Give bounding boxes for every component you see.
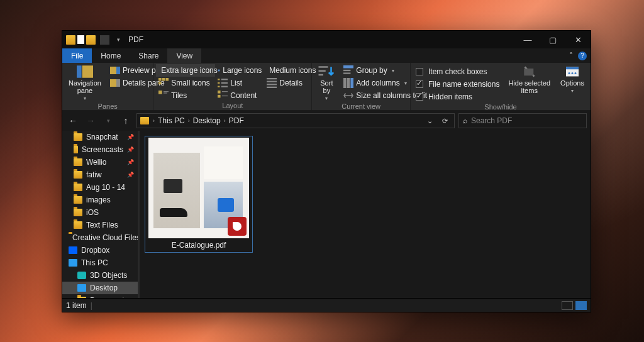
tree-item[interactable]: iOS (62, 206, 138, 219)
forward-button[interactable]: → (84, 114, 97, 128)
chevron-down-icon: ▾ (404, 80, 407, 86)
svg-rect-38 (343, 72, 350, 74)
add-columns-icon (343, 78, 353, 88)
status-bar: 1 item | (62, 298, 591, 312)
svg-rect-42 (524, 69, 533, 75)
search-input[interactable]: ⌕ Search PDF (458, 113, 587, 128)
thumbnails-view-toggle[interactable] (575, 301, 587, 310)
folder-icon (74, 196, 82, 204)
tree-item[interactable]: Aug 10 - 14 (62, 181, 138, 194)
document-icon (77, 35, 84, 44)
hidden-items-toggle[interactable]: Hidden items (413, 91, 502, 103)
tree-item[interactable]: Wellio📌 (62, 156, 138, 168)
svg-rect-39 (343, 78, 347, 88)
collapse-ribbon-icon[interactable]: ˄ (569, 52, 573, 60)
tree-item[interactable]: This PC (62, 256, 138, 269)
back-button[interactable]: ← (66, 114, 80, 128)
svg-rect-19 (221, 79, 228, 80)
item-check-boxes-toggle[interactable]: Item check boxes (413, 65, 502, 78)
layout-details[interactable]: Details (264, 77, 314, 89)
tree-item[interactable]: Snapchat📌 (62, 131, 138, 143)
tree-item[interactable]: 3D Objects (62, 269, 138, 282)
tree-item-label: iOS (86, 208, 99, 217)
size-columns-icon (343, 91, 353, 101)
ribbon-group-panes: Panes (65, 102, 150, 111)
svg-rect-20 (221, 82, 228, 84)
help-icon[interactable]: ? (578, 52, 587, 60)
navigation-pane-button[interactable]: Navigationpane ▾ (65, 64, 105, 102)
svg-point-46 (572, 72, 574, 74)
dropdown-icon[interactable]: ▾ (114, 35, 123, 45)
recent-locations-icon[interactable]: ▾ (101, 114, 115, 128)
sort-by-icon (318, 65, 335, 78)
options-button[interactable]: Options ▾ (557, 64, 588, 95)
large-icons-icon (218, 65, 220, 75)
folder-icon (74, 158, 82, 166)
details-view-toggle[interactable] (562, 301, 573, 310)
svg-rect-17 (218, 82, 219, 84)
tab-home[interactable]: Home (92, 48, 130, 63)
address-bar[interactable]: › This PC › Desktop › PDF ⌄ ⟳ (136, 113, 455, 128)
layout-large-icons[interactable]: Large icons (215, 64, 264, 77)
file-name-extensions-toggle[interactable]: File name extensions (413, 78, 502, 91)
folder-icon (74, 133, 82, 141)
layout-extra-large-icons[interactable]: Extra large icons (156, 64, 215, 77)
sort-by-button[interactable]: Sortby ▾ (314, 64, 338, 102)
svg-rect-23 (267, 81, 277, 82)
pdf-badge-icon (228, 217, 247, 236)
dropbox-icon (69, 246, 77, 254)
explorer-window: ▾ PDF — ▢ ✕ File Home Share View ˄ ? Nav… (62, 30, 591, 312)
tree-item-label: fatiw (86, 170, 102, 179)
file-item[interactable]: E-Catalogue.pdf (145, 136, 253, 253)
svg-rect-33 (319, 66, 328, 68)
tree-item[interactable]: Creative Cloud Files (62, 231, 138, 244)
chevron-right-icon[interactable]: › (151, 118, 157, 124)
tab-view[interactable]: View (167, 48, 201, 63)
file-list[interactable]: E-Catalogue.pdf (140, 131, 591, 298)
chevron-right-icon[interactable]: › (186, 118, 192, 124)
tree-item[interactable]: images (62, 194, 138, 206)
chevron-right-icon[interactable]: › (222, 118, 228, 124)
tree-item[interactable]: Dropbox (62, 244, 138, 256)
svg-rect-27 (164, 91, 169, 92)
tree-item-label: images (86, 196, 111, 204)
tree-item[interactable]: fatiw📌 (62, 168, 138, 181)
breadcrumb-this-pc[interactable]: This PC (158, 116, 185, 125)
details-pane-icon (110, 78, 120, 88)
pin-icon: 📌 (127, 159, 134, 165)
breadcrumb-desktop[interactable]: Desktop (193, 116, 221, 125)
layout-medium-icons[interactable]: Medium icons (264, 64, 314, 77)
refresh-button[interactable]: ⟳ (438, 114, 452, 128)
layout-tiles[interactable]: Tiles (156, 89, 215, 102)
up-button[interactable]: ↑ (119, 114, 133, 128)
close-button[interactable]: ✕ (565, 31, 591, 48)
item-count: 1 item (66, 301, 87, 310)
layout-list[interactable]: List (215, 77, 264, 89)
minimize-button[interactable]: — (515, 31, 540, 48)
layout-small-icons[interactable]: Small icons (156, 77, 215, 89)
tree-item[interactable]: Screencasts📌 (62, 143, 138, 156)
pin-icon: 📌 (127, 172, 134, 178)
window-title: PDF (128, 35, 143, 44)
tree-item[interactable]: Text Files (62, 219, 138, 231)
address-dropdown-icon[interactable]: ⌄ (423, 114, 436, 128)
layout-content[interactable]: Content (215, 89, 264, 102)
svg-rect-44 (566, 67, 579, 70)
folder-icon (86, 35, 96, 45)
small-icons-icon (158, 78, 169, 88)
maximize-button[interactable]: ▢ (540, 31, 565, 48)
tab-share[interactable]: Share (130, 48, 167, 63)
tab-file[interactable]: File (62, 48, 92, 63)
svg-rect-21 (221, 86, 228, 87)
hide-selected-items-button[interactable]: Hide selecteditems (504, 64, 554, 96)
svg-rect-25 (267, 87, 277, 88)
svg-rect-30 (222, 91, 228, 92)
navigation-pane-icon (77, 65, 93, 78)
breadcrumb-pdf[interactable]: PDF (229, 116, 244, 125)
tree-item[interactable]: Desktop (62, 282, 138, 294)
ribbon-group-current-view: Current view (314, 102, 408, 111)
svg-point-45 (569, 72, 570, 74)
tree-item-label: Screencasts (82, 145, 123, 154)
navigation-tree[interactable]: Snapchat📌Screencasts📌Wellio📌fatiw📌Aug 10… (62, 131, 138, 298)
list-icon (218, 78, 228, 88)
